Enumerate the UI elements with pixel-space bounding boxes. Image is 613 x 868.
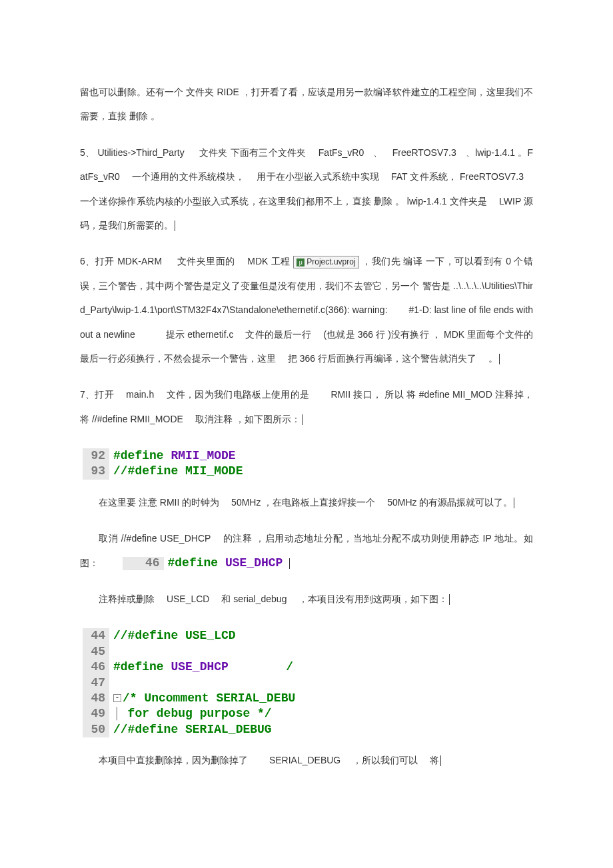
project-filename: Project.uvproj [306, 257, 355, 266]
line-number: 47 [83, 675, 109, 691]
text: 5、 Utilities->Third_Party 文件夹 下面有三个文件夹 F… [80, 147, 533, 230]
fold-icon: - [113, 694, 121, 702]
text: 在这里要 注意 RMII 的时钟为 50MHz ，在电路板上直接焊接一个 50M… [99, 497, 512, 508]
code-snippet-rmii: 92#define RMII_MODE 93//#define MII_MODE [80, 447, 245, 481]
project-file-badge: µProject.uvproj [293, 256, 358, 268]
keil-icon: µ [297, 258, 305, 266]
comment: //#define MII_MODE [113, 464, 243, 478]
text-cursor [499, 354, 500, 364]
text: 本项目中直接删除掉，因为删除掉了 SERIAL_DEBUG ，所以我们可以 将 [99, 755, 439, 765]
macro: RMII_MODE [171, 449, 235, 462]
line-number: 50 [83, 722, 109, 737]
comment: for debug purpose */ [121, 707, 272, 720]
macro: USE_DHCP [225, 556, 283, 570]
paragraph-8: 本项目中直接删除掉，因为删除掉了 SERIAL_DEBUG ，所以我们可以 将 [80, 748, 533, 772]
line-number: 45 [83, 644, 109, 659]
paragraph-6: 取消 //#define USE_DHCP 的注释 ，启用动态地址分配，当地址分… [80, 526, 533, 575]
keyword: #define [113, 449, 164, 462]
paragraph-4: 7、打开 main.h 文件，因为我们电路板上使用的是 RMII 接口， 所以 … [80, 382, 533, 431]
text-cursor [302, 414, 303, 425]
code-line: 47 [83, 675, 295, 691]
code-line: 44//#define USE_LCD [83, 628, 295, 644]
comment: //#define SERIAL_DEBUG [113, 723, 272, 736]
text: 7、打开 main.h 文件，因为我们电路板上使用的是 RMII 接口， 所以 … [80, 389, 533, 424]
code-line: 49│ for debug purpose */ [83, 706, 295, 721]
text-cursor [449, 594, 450, 605]
keyword: #define [113, 660, 164, 673]
text-cursor [289, 558, 290, 569]
comment: /* Uncomment SERIAL_DEBU [123, 691, 295, 705]
line-number: 93 [83, 464, 109, 479]
paragraph-5: 在这里要 注意 RMII 的时钟为 50MHz ，在电路板上直接焊接一个 50M… [80, 490, 533, 514]
line-number: 48 [83, 691, 109, 706]
code-line: 48-/* Uncomment SERIAL_DEBU [83, 691, 295, 706]
paragraph-1: 留也可以删除。还有一个 文件夹 RIDE ，打开看了看，应该是用另一款编译软件建… [80, 80, 533, 129]
code-line: 92#define RMII_MODE [83, 448, 243, 464]
text-cursor [175, 220, 175, 231]
macro: USE_DHCP [171, 660, 228, 673]
text: 6、打开 MDK-ARM 文件夹里面的 MDK 工程 [80, 256, 293, 266]
text-cursor [514, 498, 514, 508]
line-number: 92 [83, 448, 109, 464]
code-inline-dhcp: 46#define USE_DHCP [101, 557, 285, 570]
document-page: 留也可以删除。还有一个 文件夹 RIDE ，打开看了看，应该是用另一款编译软件建… [0, 0, 613, 811]
code-snippet-options: 44//#define USE_LCD 45 46#define USE_DHC… [80, 627, 298, 739]
keyword: #define [168, 556, 219, 570]
line-number: 46 [83, 659, 109, 675]
code-line: 45 [83, 644, 295, 659]
text: ，我们先 编译 一下，可以看到有 0 个错误，三个警告，其中两个警告是定义了变量… [80, 256, 533, 364]
line-number: 44 [83, 628, 109, 644]
paragraph-3: 6、打开 MDK-ARM 文件夹里面的 MDK 工程 µProject.uvpr… [80, 249, 533, 370]
text-cursor [440, 755, 441, 766]
code-line: 46#define USE_DHCP / [83, 659, 295, 675]
code-line: 93//#define MII_MODE [83, 464, 243, 479]
paragraph-2: 5、 Utilities->Third_Party 文件夹 下面有三个文件夹 F… [80, 141, 533, 238]
line-number: 46 [123, 557, 164, 570]
comment: / [286, 660, 293, 673]
code-line: 50//#define SERIAL_DEBUG [83, 722, 295, 737]
comment: //#define USE_LCD [113, 629, 236, 642]
line-number: 49 [83, 706, 109, 721]
text: 注释掉或删除 USE_LCD 和 serial_debug ，本项目没有用到这两… [99, 594, 448, 604]
paragraph-7: 注释掉或删除 USE_LCD 和 serial_debug ，本项目没有用到这两… [80, 587, 533, 611]
